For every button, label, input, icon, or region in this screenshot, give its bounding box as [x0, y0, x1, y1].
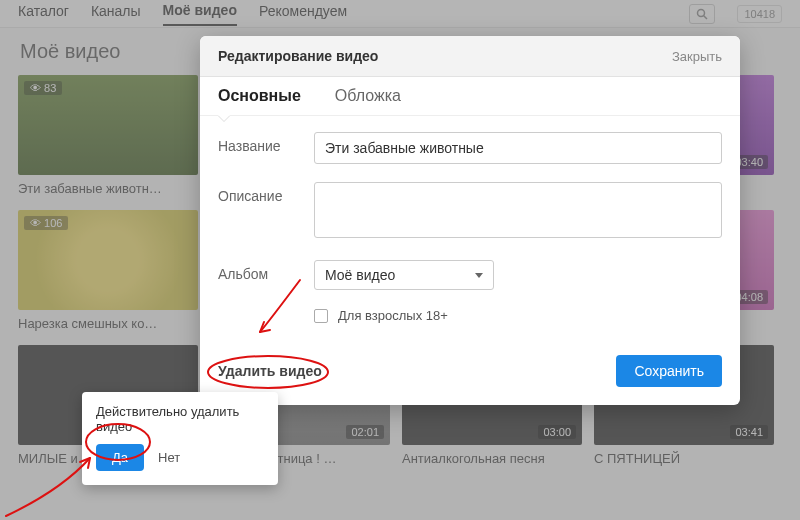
- label-name: Название: [218, 132, 314, 154]
- confirm-no-button[interactable]: Нет: [158, 450, 180, 465]
- tab-main[interactable]: Основные: [218, 87, 301, 115]
- label-album: Альбом: [218, 260, 314, 282]
- modal-tabs: Основные Обложка: [200, 77, 740, 116]
- modal-title: Редактирование видео: [218, 48, 378, 64]
- adult-checkbox[interactable]: [314, 309, 328, 323]
- label-desc: Описание: [218, 182, 314, 204]
- album-select[interactable]: Моё видео: [314, 260, 494, 290]
- delete-confirm-popover: Действительно удалить видео Да Нет: [82, 392, 278, 485]
- name-input[interactable]: [314, 132, 722, 164]
- description-input[interactable]: [314, 182, 722, 238]
- delete-video-link[interactable]: Удалить видео: [218, 363, 322, 379]
- edit-video-modal: Редактирование видео Закрыть Основные Об…: [200, 36, 740, 405]
- close-button[interactable]: Закрыть: [672, 49, 722, 64]
- save-button[interactable]: Сохранить: [616, 355, 722, 387]
- confirm-yes-button[interactable]: Да: [96, 444, 144, 471]
- adult-label: Для взрослых 18+: [338, 308, 448, 323]
- confirm-question: Действительно удалить видео: [96, 404, 264, 434]
- album-select-value: Моё видео: [325, 267, 395, 283]
- tab-cover[interactable]: Обложка: [335, 87, 401, 115]
